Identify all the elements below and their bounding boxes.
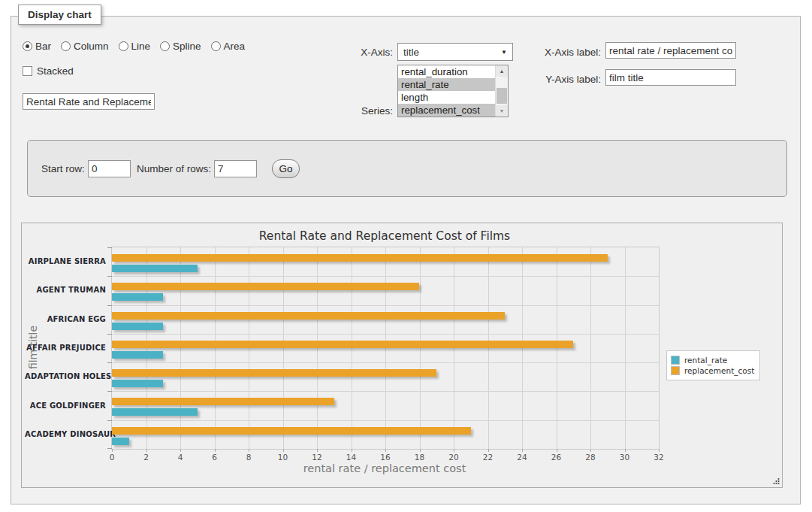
- stacked-checkbox[interactable]: [23, 66, 32, 76]
- gridline-vertical: [317, 247, 318, 449]
- gridline-vertical: [590, 247, 591, 449]
- gridline-vertical: [283, 247, 284, 449]
- radio-icon[interactable]: [61, 41, 71, 51]
- y-category-label: AIRPLANE SIERRA: [25, 257, 106, 265]
- x-tick-label: 6: [204, 453, 226, 462]
- gridline-vertical: [146, 247, 147, 449]
- series-option-rental_rate[interactable]: rental_rate: [398, 78, 495, 91]
- plot-area: 02468101214161820222426283032AIRPLANE SI…: [111, 247, 660, 450]
- chart-type-radio-bar[interactable]: Bar: [23, 41, 51, 52]
- bar-replacement_cost: [112, 341, 573, 348]
- gridline-vertical: [420, 247, 421, 449]
- bar-replacement_cost: [112, 283, 419, 290]
- radio-icon[interactable]: [119, 41, 128, 51]
- radio-label: Area: [224, 41, 246, 52]
- x-axis-tick: [249, 449, 249, 452]
- chart-title-input[interactable]: [23, 93, 155, 110]
- legend-label: replacement_cost: [684, 366, 754, 375]
- radio-icon[interactable]: [211, 41, 221, 51]
- legend-swatch: [671, 356, 680, 365]
- x-tick-label: 30: [614, 453, 636, 462]
- radio-icon[interactable]: [23, 41, 32, 51]
- scroll-up-button[interactable]: ▲: [496, 65, 508, 77]
- start-row-label: Start row:: [41, 163, 85, 174]
- x-tick-label: 20: [442, 453, 465, 462]
- x-tick-label: 22: [477, 453, 500, 462]
- x-axis-tick: [625, 449, 626, 452]
- chart-type-radio-area[interactable]: Area: [211, 41, 246, 52]
- gridline-vertical: [385, 247, 386, 449]
- y-category-label: ACE GOLDFINGER: [25, 401, 106, 410]
- series-listbox[interactable]: rental_durationrental_ratelengthreplacem…: [397, 65, 509, 117]
- y-axis-tick: [107, 448, 112, 449]
- gridline-vertical: [249, 247, 249, 449]
- rows-panel: Start row: Number of rows: Go: [27, 140, 787, 197]
- x-axis-tick: [488, 449, 489, 452]
- gridline-horizontal: [112, 391, 659, 392]
- bar-rental_rate: [112, 438, 129, 445]
- resize-grip-icon[interactable]: [771, 477, 780, 486]
- chart-type-radio-line[interactable]: Line: [119, 41, 151, 52]
- y-axis-tick: [107, 391, 112, 392]
- go-button[interactable]: Go: [272, 159, 300, 178]
- radio-label: Spline: [173, 41, 201, 52]
- y-category-label: ACADEMY DINOSAUR: [25, 430, 106, 438]
- radio-label: Line: [131, 41, 151, 52]
- scrollbar-thumb[interactable]: [497, 88, 507, 104]
- x-tick-label: 26: [545, 453, 568, 462]
- y-axis-label-input[interactable]: [605, 69, 736, 86]
- bar-rental_rate: [112, 408, 198, 416]
- legend-entry-rental_rate: rental_rate: [671, 356, 754, 365]
- series-option-rental_duration[interactable]: rental_duration: [398, 65, 495, 78]
- x-axis-label-input[interactable]: [605, 42, 736, 59]
- y-category-label: AFRICAN EGG: [25, 315, 106, 323]
- start-row-input[interactable]: [88, 160, 131, 177]
- x-tick-label: 0: [101, 453, 123, 462]
- x-axis-tick: [420, 449, 421, 452]
- x-tick-label: 14: [340, 453, 363, 462]
- series-option-replacement_cost[interactable]: replacement_cost: [398, 104, 495, 117]
- bar-rental_rate: [112, 351, 163, 359]
- gridline-vertical: [625, 247, 626, 449]
- x-tick-label: 16: [374, 453, 397, 462]
- gridline-horizontal: [112, 276, 659, 277]
- y-axis-label-field-label: Y-Axis label:: [518, 74, 601, 85]
- gridline-vertical: [454, 247, 454, 449]
- gridline-horizontal: [112, 305, 659, 306]
- x-axis-label-field-label: X-Axis label:: [518, 47, 601, 58]
- gridline-vertical: [557, 247, 557, 449]
- gridline-vertical: [352, 247, 352, 449]
- x-axis-select[interactable]: title ▼: [397, 43, 513, 61]
- stacked-label: Stacked: [37, 65, 74, 77]
- series-options: rental_durationrental_ratelengthreplacem…: [398, 65, 495, 117]
- bar-replacement_cost: [112, 254, 608, 262]
- y-axis-tick: [107, 362, 112, 363]
- legend-entry-replacement_cost: replacement_cost: [671, 366, 754, 375]
- number-of-rows-label: Number of rows:: [137, 163, 211, 174]
- x-tick-label: 12: [306, 453, 328, 462]
- x-axis-tick: [590, 449, 591, 452]
- x-axis-tick: [454, 449, 454, 452]
- chart-type-radio-group: BarColumnLineSplineArea: [23, 41, 245, 52]
- x-tick-label: 28: [579, 453, 602, 462]
- gridline-horizontal: [112, 420, 659, 421]
- chart-type-radio-column[interactable]: Column: [61, 41, 109, 52]
- chart-legend: rental_ratereplacement_cost: [666, 350, 760, 380]
- gridline-vertical: [180, 247, 181, 449]
- x-tick-label: 18: [409, 453, 431, 462]
- series-option-length[interactable]: length: [398, 91, 495, 104]
- chart-container: Rental Rate and Replacement Cost of Film…: [21, 223, 783, 488]
- x-tick-label: 4: [169, 453, 192, 462]
- listbox-scrollbar[interactable]: ▲ ▼: [495, 65, 508, 117]
- x-axis-tick: [215, 449, 216, 452]
- x-tick-label: 10: [272, 453, 294, 462]
- display-chart-panel: BarColumnLineSplineArea Stacked X-Axis: …: [11, 16, 801, 504]
- stacked-checkbox-row[interactable]: Stacked: [23, 65, 74, 77]
- radio-icon[interactable]: [160, 41, 170, 51]
- x-axis-tick: [180, 449, 181, 452]
- x-axis-tick: [522, 449, 523, 452]
- scroll-down-button[interactable]: ▼: [496, 105, 508, 117]
- x-tick-label: 8: [237, 453, 260, 462]
- number-of-rows-input[interactable]: [214, 160, 257, 177]
- chart-type-radio-spline[interactable]: Spline: [160, 41, 201, 52]
